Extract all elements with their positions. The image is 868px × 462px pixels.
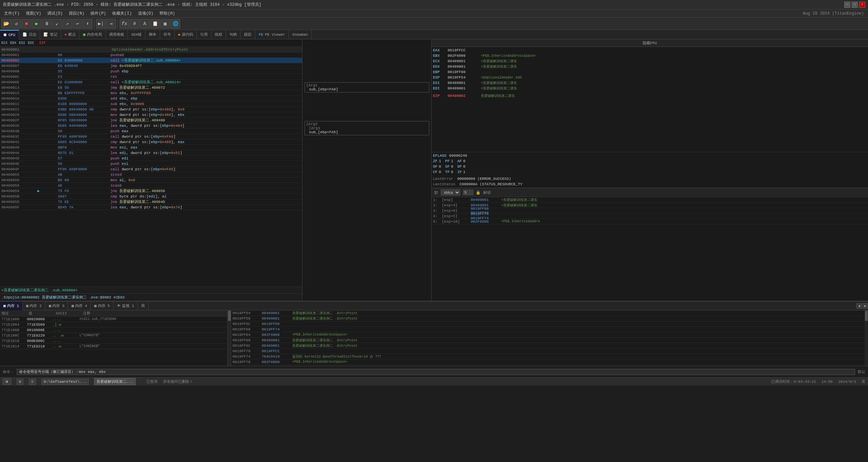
toolbar-restart[interactable]: ↺ — [12, 19, 21, 29]
tab-seh[interactable]: SEH链 — [128, 30, 145, 39]
tab-script[interactable]: 脚本 — [145, 30, 160, 39]
mem-stack-row[interactable]: 0019FF5C 0019FF80 — [231, 321, 865, 327]
disasm-row[interactable]: 0040901A 03DD add ebx, ebp — [0, 96, 302, 101]
tab-breakpoints[interactable]: ● 断点 — [61, 30, 80, 39]
disasm-row[interactable]: 0040902F 0F85 CB030000 jne 吾爱破解训练第二.4094… — [0, 118, 302, 123]
menu-file[interactable]: 文件(F) — [1, 10, 22, 17]
toolbar-memory[interactable]: ▦ — [160, 19, 170, 29]
memory-row[interactable]: 771E100C 771E8220 .. .w L"CONOUT$" — [0, 333, 227, 338]
disasm-row[interactable]: 0040905D 75 EE jne 吾爱破解训练第二.40904D — [0, 199, 302, 205]
memory-row[interactable]: 771E1000 00020000 .... ntdll.sub_771E5D9… — [0, 316, 227, 322]
tab-locals[interactable]: 局 — [138, 302, 149, 310]
cmd-input[interactable] — [17, 369, 855, 375]
stack-scroll-thumb[interactable] — [865, 311, 868, 321]
memory-row[interactable]: 771E1010 000E000C .... — [0, 338, 227, 344]
disasm-row[interactable]: 00409055 AB stosd — [0, 172, 302, 177]
memory-row[interactable]: 771E1008 0010000E .... — [0, 327, 227, 333]
toolbar-fx[interactable]: fx — [120, 19, 129, 29]
menu-debug[interactable]: 调试(D) — [45, 10, 66, 17]
tab-threads[interactable]: 线程 — [211, 30, 226, 39]
disasm-area[interactable]: 00409001 OptionalHeader.AddressOfEntryPo… — [0, 47, 302, 287]
disasm-row[interactable]: 00409035 8D85 94040000 lea eax, dword pt… — [0, 123, 302, 129]
toolbar-run-to[interactable]: ▶| — [96, 19, 106, 29]
memory-row[interactable]: 771E1014 771E8210 ...w L"CONINS$" — [0, 344, 227, 349]
tab-notes[interactable]: 📝 笔记 — [40, 30, 61, 39]
menu-options[interactable]: 选项(O) — [135, 10, 156, 17]
tab-handles[interactable]: 句柄 — [226, 30, 241, 39]
tab-ref[interactable]: 引用 — [197, 30, 211, 39]
memory-row[interactable]: 771E1004 771E5D90 .].w — [0, 322, 227, 327]
menu-help[interactable]: 帮助(H) — [157, 10, 178, 17]
nav-next[interactable]: ▶ — [863, 303, 868, 309]
fpu-header[interactable]: 隐藏FPU — [432, 39, 868, 47]
disasm-row[interactable]: 0040905F 8D45 7A lea eax, dword ptr ss:[… — [0, 205, 302, 210]
mem-stack-row[interactable]: 0019FF78 002F6000 <PEB.InheritedAddressS… — [231, 359, 865, 365]
ds-icon[interactable]: D — [29, 379, 36, 385]
browser-icon[interactable]: e — [17, 379, 24, 385]
toolbar-open[interactable]: 📂 — [1, 19, 11, 29]
disasm-row[interactable]: 00409013 EB 5D jmp 吾爱破解训练第二.409072 — [0, 85, 302, 90]
tab-memory-1[interactable]: ▦ 内存 1 — [0, 302, 23, 310]
tab-log[interactable]: 📄 日志 — [19, 30, 40, 39]
mem-stack-row[interactable]: 0019FF64 002F6000 <PEB.InheritedAddressS… — [231, 332, 865, 338]
minimize-button[interactable]: ─ — [844, 2, 850, 8]
toolbar-step-into[interactable]: ↙ — [52, 19, 62, 29]
maximize-button[interactable]: □ — [852, 2, 858, 8]
disasm-row[interactable]: 00409029 899D 88040000 mov dword ptr ss:… — [0, 112, 302, 118]
menu-view[interactable]: 视图(V) — [23, 10, 44, 17]
disasm-row[interactable]: 00409056 B0 00 mov al, 0x0 — [0, 177, 302, 183]
disasm-row[interactable]: 0040904A 8D7D 51 lea edi, dword ptr ss:[… — [0, 150, 302, 156]
taskbar-file[interactable]: D:\SoftwareTest\... — [41, 379, 89, 385]
disasm-row[interactable]: 00409058 AE scasb — [0, 183, 302, 188]
menu-trace[interactable]: 跟踪(N) — [66, 10, 87, 17]
mem-stack-row[interactable]: 0019FF60 0019FF74 — [231, 327, 865, 332]
disasm-row[interactable]: 00409002 E8 03000000 call <吾爱破解训练第二.sub_… — [0, 58, 302, 63]
tab-memory-3[interactable]: ▦ 内存 3 — [46, 302, 68, 310]
toolbar-font[interactable]: A — [140, 19, 150, 29]
toolbar-stop[interactable]: ■ — [22, 19, 31, 29]
disasm-row[interactable]: 00409042 8985 8C040000 cmp dword ptr ss:… — [0, 139, 302, 145]
menu-plugins[interactable]: 插件(P) — [88, 10, 109, 17]
toolbar-run[interactable]: ▶ — [32, 19, 41, 29]
disasm-row[interactable]: 00409015 BB EDFFFFFFE mov ebx, 0xFFFFFED — [0, 90, 302, 96]
toolbar-step-over[interactable]: ↗ — [63, 19, 72, 29]
tab-pe-viewer[interactable]: PE PE Viewer — [255, 30, 289, 39]
memory-scrollbar[interactable] — [228, 310, 231, 366]
taskbar-debugger[interactable]: 吾爱破解训练第二... — [94, 378, 136, 385]
disasm-row[interactable]: 0040903C FF95 A90F0000 call dword ptr ss… — [0, 134, 302, 139]
mem-stack-row[interactable]: 0019FF6C 00409001 吾爱破解训练第二课实例二 .EntryPoi… — [231, 343, 865, 348]
tab-call-stack[interactable]: 调用堆栈 — [106, 30, 128, 39]
tab-cpu[interactable]: ⬢ CPU — [0, 30, 19, 39]
mem-stack-row[interactable]: 0019FF54 00409001 吾爱破解训练第二课实例二 .EntryPoi… — [231, 310, 865, 316]
disasm-row[interactable]: 00409007 EB 045D45 jmp 0x459D94F7 — [0, 63, 302, 69]
stack-row[interactable]: 4: [esp+C] 0019FF74 0019FF74 — [432, 213, 868, 219]
stack-row[interactable]: 5: [esp+10] 002F6000 <PEB.InheritedAddre — [432, 219, 868, 224]
tab-memory-4[interactable]: ▦ 内存 4 — [68, 302, 91, 310]
start-button[interactable]: ⊞ — [3, 378, 11, 385]
tab-memory-2[interactable]: ▦ 内存 2 — [23, 302, 46, 310]
stack-row[interactable]: 1: [esp] 00409001 <吾爱破解训练第二课实 — [432, 197, 868, 203]
disasm-row[interactable]: 0040900B 55 push ebp — [0, 69, 302, 74]
disasm-row[interactable]: 00409048 8BF0 mov esi, eax — [0, 145, 302, 150]
disasm-row[interactable]: 0040904D 57 push edi — [0, 156, 302, 161]
disasm-row[interactable]: 00409001 60 pushad — [0, 52, 302, 58]
disasm-row[interactable]: 0040900C C3 ret — [0, 74, 302, 80]
tab-watch-1[interactable]: 👁 监视 1 — [114, 302, 138, 310]
memory-scroll-thumb[interactable] — [228, 311, 231, 321]
toolbar-step-out[interactable]: ⬆ — [83, 19, 92, 29]
disasm-row[interactable]: 0040904F FF95 A50F0000 call dword ptr ss… — [0, 167, 302, 172]
toolbar-pause[interactable]: ⏸ — [42, 19, 52, 29]
disasm-row[interactable]: 0040903B 50 push eax — [0, 129, 302, 134]
toolbar-step-back[interactable]: ↩ — [73, 19, 82, 29]
mem-stack-row[interactable]: 0019FF68 00409001 吾爱破解训练第二课实例二 .EntryPoi… — [231, 338, 865, 343]
stack-depth-input[interactable] — [463, 190, 473, 195]
disasm-row[interactable]: 00409022 83BD 88040000 00 cmp dword ptr … — [0, 107, 302, 112]
tab-snowman[interactable]: Snowman — [289, 30, 312, 39]
tab-memory-5[interactable]: ▦ 内存 5 — [91, 302, 114, 310]
disasm-row[interactable]: 0040905B 3807 cmp byte ptr ds:[edi], al — [0, 194, 302, 199]
lock-icon[interactable]: 🔒 — [476, 190, 481, 195]
tab-memory-layout[interactable]: ▦ 内存布局 — [80, 30, 106, 39]
unlock-label[interactable]: 解锁 — [483, 190, 491, 195]
mem-stack-row[interactable]: 0019FF70 0019FFCC — [231, 348, 865, 354]
tab-trace[interactable]: 跟踪 — [241, 30, 255, 39]
